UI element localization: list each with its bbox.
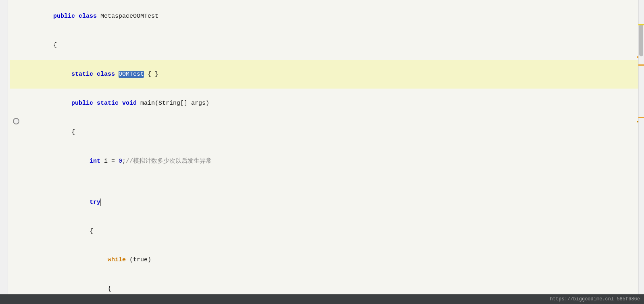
keyword-public: public (53, 13, 79, 20)
keyword-int: int (90, 158, 104, 165)
scrollbar-track[interactable] (638, 0, 644, 304)
keyword-static-2: static (97, 100, 122, 107)
scroll-marker-1 (638, 24, 644, 25)
line-content-7 (24, 176, 644, 186)
code-line-7 (10, 176, 644, 188)
keyword-class: class (79, 13, 100, 20)
breakpoint-area-5 (13, 118, 19, 124)
literal-zero: 0 (119, 158, 122, 165)
comment-count: //模拟计数多少次以后发生异常 (126, 158, 212, 165)
scroll-marker-3 (638, 117, 644, 118)
brace-open: { (53, 42, 57, 49)
keyword-try: try (90, 199, 100, 206)
code-line-5: { (10, 118, 644, 147)
code-area[interactable]: public class MetaspaceOOMTest { static c… (0, 0, 644, 304)
keyword-static: static (71, 71, 97, 78)
editor-container: public class MetaspaceOOMTest { static c… (0, 0, 644, 304)
code-line-3: static class OOMTest { } (10, 60, 644, 89)
status-bar: https://biggoodime.cnl_585f686e (0, 294, 644, 304)
code-line-2: { (10, 31, 644, 60)
keyword-void: void (122, 100, 140, 107)
code-line-10: while (true) (10, 246, 644, 275)
scroll-marker-2 (638, 64, 644, 66)
line-content-5: { (24, 118, 644, 147)
code-line-1: public class MetaspaceOOMTest (10, 2, 644, 31)
inner-class-body: { } (144, 71, 158, 78)
line-content-3: static class OOMTest { } (24, 60, 644, 89)
scrollbar-thumb[interactable] (639, 24, 643, 56)
text-cursor (100, 199, 101, 206)
gutter-5 (10, 118, 22, 124)
code-line-6: int i = 0;//模拟计数多少次以后发生异常 (10, 147, 644, 176)
class-oomtest-selected: OOMTest (119, 71, 144, 78)
status-url: https://biggoodime.cnl_585f686e (550, 296, 640, 302)
line-content-2: { (24, 31, 644, 60)
code-line-9: { (10, 217, 644, 246)
keyword-public-2: public (71, 100, 97, 107)
brace-try-open: { (90, 228, 93, 235)
line-content-8: try (24, 188, 644, 217)
brace-open-2: { (71, 129, 75, 136)
class-name: MetaspaceOOMTest (100, 13, 158, 20)
code-line-4: public static void main(String[] args) (10, 89, 644, 118)
line-content-9: { (24, 217, 644, 245)
method-main: main(String[] args) (140, 100, 209, 107)
keyword-class-2: class (97, 71, 119, 78)
line-content-6: int i = 0;//模拟计数多少次以后发生异常 (24, 147, 644, 176)
line-content-10: while (true) (24, 246, 644, 274)
var-i: i = (104, 158, 119, 165)
line-content-4: public static void main(String[] args) (24, 89, 644, 117)
while-cond: (true) (129, 256, 151, 263)
line-content-1: public class MetaspaceOOMTest (24, 2, 644, 31)
semicolon: ; (122, 158, 126, 165)
brace-while-open: { (108, 285, 111, 292)
code-line-8: try (10, 188, 644, 217)
keyword-while: while (108, 256, 129, 263)
